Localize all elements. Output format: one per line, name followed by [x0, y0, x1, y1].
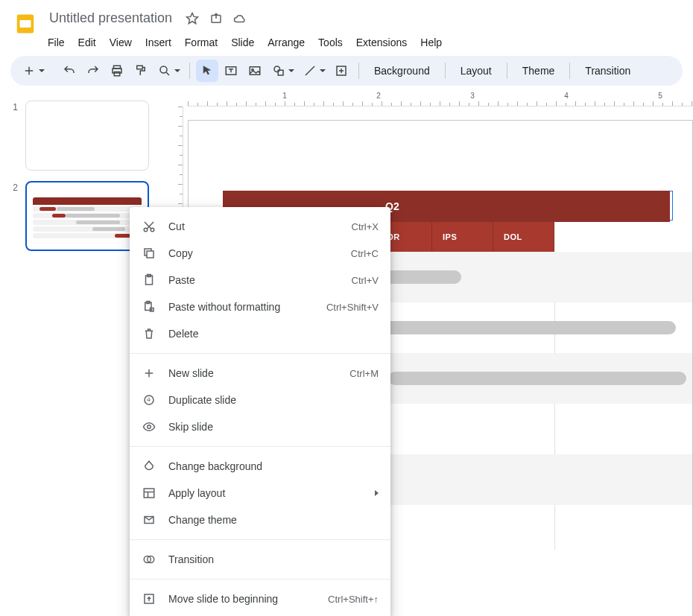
menu-help[interactable]: Help — [414, 34, 448, 51]
menu-item-label: Delete — [168, 328, 379, 340]
svg-point-22 — [148, 425, 151, 429]
toolbar: Background Layout Theme Transition — [10, 56, 683, 86]
svg-rect-6 — [137, 66, 143, 69]
menu-insert[interactable]: Insert — [139, 34, 177, 51]
comment-button[interactable] — [330, 60, 352, 82]
menu-tools[interactable]: Tools — [312, 34, 349, 51]
menu-edit[interactable]: Edit — [72, 34, 102, 51]
menu-item-paste[interactable]: PasteCtrl+V — [130, 267, 390, 293]
shape-tool[interactable] — [268, 60, 297, 82]
menu-slide[interactable]: Slide — [225, 34, 260, 51]
menu-item-transition[interactable]: Transition — [130, 546, 390, 573]
menu-item-paste-without-formatting[interactable]: Paste without formattingCtrl+Shift+V — [130, 293, 390, 320]
month-cell: IPS — [432, 222, 493, 252]
slide-number: 2 — [7, 181, 18, 193]
plus-icon — [142, 366, 156, 381]
background-icon — [142, 459, 156, 474]
transition-button[interactable]: Transition — [576, 60, 639, 82]
menu-item-apply-layout[interactable]: Apply layout — [130, 480, 390, 507]
zoom-button[interactable] — [154, 60, 183, 82]
slide-context-menu: CutCtrl+XCopyCtrl+CPasteCtrl+VPaste with… — [130, 207, 390, 616]
background-button[interactable]: Background — [365, 60, 439, 82]
menu-item-cut[interactable]: CutCtrl+X — [130, 213, 390, 240]
delete-icon — [142, 326, 156, 341]
transition-icon — [142, 552, 156, 567]
menu-item-shortcut: Ctrl+Shift+V — [326, 302, 379, 313]
line-tool[interactable] — [299, 60, 329, 82]
slides-logo[interactable] — [12, 6, 39, 42]
menu-item-label: Apply layout — [168, 487, 363, 499]
menu-view[interactable]: View — [104, 34, 138, 51]
theme-button[interactable]: Theme — [513, 60, 564, 82]
menu-item-label: Change theme — [168, 514, 379, 526]
menu-separator — [130, 446, 390, 447]
select-tool[interactable] — [196, 60, 218, 82]
menu-item-shortcut: Ctrl+M — [349, 368, 379, 379]
menu-item-label: Paste — [168, 274, 340, 286]
svg-point-15 — [151, 228, 154, 232]
menu-format[interactable]: Format — [179, 34, 224, 51]
menu-item-shortcut: Ctrl+C — [351, 248, 379, 259]
menu-item-shortcut: Ctrl+V — [352, 275, 379, 286]
menu-item-skip-slide[interactable]: Skip slide — [130, 413, 390, 440]
menu-item-move-slide-to-beginning[interactable]: Move slide to beginningCtrl+Shift+↑ — [130, 585, 390, 612]
menu-item-new-slide[interactable]: New slideCtrl+M — [130, 360, 390, 387]
menu-extensions[interactable]: Extensions — [350, 34, 413, 51]
textbox-tool[interactable] — [220, 60, 242, 82]
star-icon[interactable] — [186, 12, 199, 25]
undo-button[interactable] — [58, 60, 80, 82]
svg-rect-23 — [144, 489, 154, 498]
cloud-icon[interactable] — [233, 12, 247, 25]
layout-icon — [142, 486, 156, 501]
menu-item-label: Copy — [168, 247, 339, 259]
new-slide-button[interactable] — [18, 60, 48, 82]
menu-separator — [130, 353, 390, 354]
toolbar-divider — [358, 63, 359, 79]
menu-separator — [130, 539, 390, 540]
paint-format-button[interactable] — [130, 60, 152, 82]
menu-item-label: Duplicate slide — [168, 394, 379, 406]
menu-separator — [130, 579, 390, 580]
header: Untitled presentation FileEditViewInsert… — [0, 0, 693, 51]
menu-item-shortcut: Ctrl+X — [352, 221, 379, 232]
menu-item-change-background[interactable]: Change background — [130, 453, 390, 480]
menu-item-duplicate-slide[interactable]: Duplicate slide — [130, 387, 390, 413]
menu-item-label: Move slide to beginning — [168, 593, 316, 605]
cut-icon — [142, 219, 156, 234]
toolbar-divider — [189, 63, 190, 79]
menu-item-change-theme[interactable]: Change theme — [130, 507, 390, 533]
menu-item-delete[interactable]: Delete — [130, 320, 390, 347]
menu-item-label: Transition — [168, 553, 379, 565]
month-cell: DOL — [493, 222, 554, 252]
copy-icon — [142, 246, 156, 261]
slide-thumbnail-1[interactable] — [25, 101, 149, 171]
image-tool[interactable] — [244, 60, 266, 82]
menu-arrange[interactable]: Arrange — [262, 34, 311, 51]
menu-item-label: Change background — [168, 460, 379, 472]
svg-point-14 — [144, 228, 148, 232]
toolbar-divider — [445, 63, 446, 79]
menu-item-copy[interactable]: CopyCtrl+C — [130, 240, 390, 267]
menu-item-label: Paste without formatting — [168, 301, 314, 313]
svg-rect-1 — [20, 20, 31, 28]
svg-point-7 — [160, 66, 167, 73]
menubar: FileEditViewInsertFormatSlideArrangeTool… — [42, 34, 681, 51]
redo-button[interactable] — [82, 60, 104, 82]
menu-item-shortcut: Ctrl+Shift+↑ — [328, 594, 379, 605]
horizontal-ruler[interactable]: 12345 — [188, 90, 693, 107]
theme-icon — [142, 512, 156, 527]
toolbar-divider — [507, 63, 507, 79]
print-button[interactable] — [106, 60, 128, 82]
toolbar-divider — [569, 63, 570, 79]
quarter-cell: Q2 — [372, 191, 670, 222]
menu-item-label: Skip slide — [168, 421, 379, 433]
menu-file[interactable]: File — [42, 34, 71, 51]
move-begin-icon — [142, 591, 156, 606]
menu-item-label: New slide — [168, 367, 338, 379]
layout-button[interactable]: Layout — [452, 60, 501, 82]
paste-icon — [142, 273, 156, 288]
slide-number: 1 — [7, 101, 18, 112]
move-icon[interactable] — [209, 12, 223, 25]
document-title[interactable]: Untitled presentation — [46, 9, 175, 28]
svg-point-11 — [274, 66, 280, 72]
